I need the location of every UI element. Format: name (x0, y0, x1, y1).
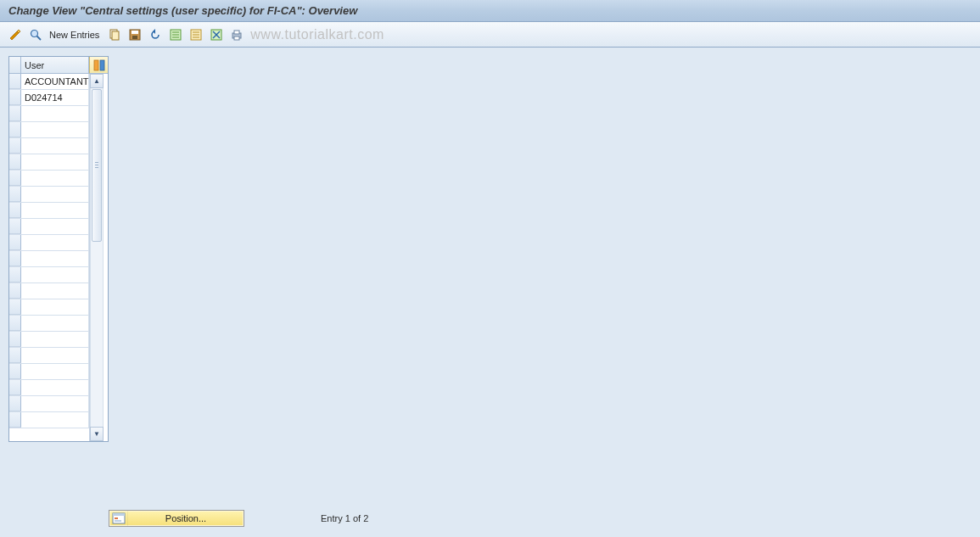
table-row (9, 251, 89, 267)
row-selector[interactable] (9, 412, 21, 428)
table-row (9, 267, 89, 283)
row-selector[interactable] (9, 364, 21, 379)
svg-point-0 (31, 30, 38, 36)
svg-rect-19 (234, 31, 239, 34)
print-icon[interactable] (228, 26, 245, 43)
cell-user[interactable] (21, 138, 89, 154)
entry-status: Entry 1 of 2 (321, 513, 368, 523)
cell-user[interactable] (21, 154, 89, 170)
scroll-up-icon[interactable]: ▲ (90, 74, 104, 88)
row-selector[interactable] (9, 251, 21, 266)
svg-rect-3 (112, 31, 119, 40)
table-row (9, 154, 89, 171)
scroll-down-icon[interactable]: ▼ (90, 427, 104, 441)
svg-rect-5 (132, 31, 138, 34)
cell-user[interactable]: D024714 (21, 90, 89, 105)
cell-user[interactable]: ACCOUNTANT1 (21, 74, 89, 89)
content-area: User ACCOUNTANT1D024714 ▲ ▼ (0, 48, 980, 499)
table-row (9, 283, 89, 299)
position-button[interactable]: Position... (109, 510, 244, 527)
cell-user[interactable] (21, 171, 89, 186)
deselect-all-icon[interactable] (188, 26, 204, 43)
cell-user[interactable] (21, 187, 89, 202)
row-selector[interactable] (9, 90, 21, 105)
row-selector[interactable] (9, 187, 21, 202)
select-all-rows[interactable] (9, 57, 21, 73)
title-bar: Change View "Central settings (user spec… (0, 0, 980, 22)
table-row (9, 299, 89, 316)
cell-user[interactable] (21, 380, 89, 395)
user-table: User ACCOUNTANT1D024714 ▲ ▼ (8, 56, 109, 442)
row-selector[interactable] (9, 219, 21, 234)
row-selector[interactable] (9, 235, 21, 250)
table-row (9, 412, 89, 428)
table-row (9, 316, 89, 332)
svg-rect-20 (234, 36, 239, 40)
table-row (9, 219, 89, 235)
table-row (9, 122, 89, 138)
svg-rect-25 (115, 517, 118, 519)
cell-user[interactable] (21, 106, 89, 121)
row-selector[interactable] (9, 267, 21, 282)
cell-user[interactable] (21, 267, 89, 282)
row-selector[interactable] (9, 138, 21, 154)
row-selector[interactable] (9, 154, 21, 170)
scroll-track[interactable] (90, 88, 104, 427)
save-icon[interactable] (126, 26, 143, 43)
svg-rect-6 (132, 36, 137, 39)
svg-line-1 (37, 36, 42, 40)
cell-user[interactable] (21, 396, 89, 411)
table-row (9, 348, 89, 364)
new-entries-button[interactable]: New Entries (48, 30, 103, 40)
table-row (9, 380, 89, 396)
undo-icon[interactable] (147, 26, 164, 43)
cell-user[interactable] (21, 299, 89, 315)
table-header: User (9, 57, 89, 74)
change-display-icon[interactable] (7, 26, 24, 43)
position-button-label: Position... (128, 513, 244, 523)
cell-user[interactable] (21, 251, 89, 266)
cell-user[interactable] (21, 348, 89, 363)
position-icon (109, 511, 128, 526)
row-selector[interactable] (9, 332, 21, 347)
row-selector[interactable] (9, 380, 21, 395)
table-row (9, 171, 89, 187)
table-row (9, 187, 89, 203)
cell-user[interactable] (21, 364, 89, 379)
cell-user[interactable] (21, 332, 89, 347)
svg-rect-26 (115, 520, 121, 522)
svg-rect-22 (100, 60, 104, 70)
table-row: D024714 (9, 90, 89, 106)
row-selector[interactable] (9, 348, 21, 363)
row-selector[interactable] (9, 203, 21, 218)
cell-user[interactable] (21, 412, 89, 428)
table-row (9, 396, 89, 412)
scroll-thumb[interactable] (92, 89, 102, 242)
vertical-scrollbar[interactable]: ▲ ▼ (89, 74, 104, 441)
svg-rect-21 (94, 60, 98, 70)
find-icon[interactable] (27, 26, 44, 43)
page-title: Change View "Central settings (user spec… (8, 4, 357, 17)
row-selector[interactable] (9, 316, 21, 331)
row-selector[interactable] (9, 299, 21, 315)
cell-user[interactable] (21, 203, 89, 218)
row-selector[interactable] (9, 74, 21, 89)
cell-user[interactable] (21, 283, 89, 299)
row-selector[interactable] (9, 283, 21, 299)
copy-icon[interactable] (106, 26, 123, 43)
svg-rect-24 (113, 513, 125, 516)
cell-user[interactable] (21, 122, 89, 137)
cell-user[interactable] (21, 316, 89, 331)
row-selector[interactable] (9, 171, 21, 186)
column-header-user[interactable]: User (21, 57, 89, 73)
footer: Position... Entry 1 of 2 (0, 499, 980, 537)
delete-icon[interactable] (208, 26, 225, 43)
select-all-icon[interactable] (167, 26, 184, 43)
row-selector[interactable] (9, 106, 21, 121)
table-row (9, 364, 89, 380)
row-selector[interactable] (9, 396, 21, 411)
row-selector[interactable] (9, 122, 21, 137)
cell-user[interactable] (21, 219, 89, 234)
table-config-icon[interactable] (89, 57, 108, 74)
cell-user[interactable] (21, 235, 89, 250)
